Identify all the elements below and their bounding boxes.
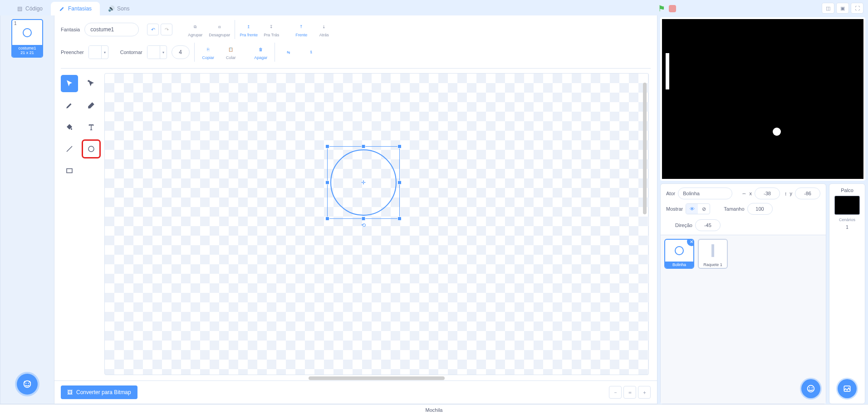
group-button[interactable]: ⧉ Agrupar <box>186 22 204 37</box>
zoom-out-button[interactable]: － <box>609 386 622 399</box>
sprite-thumb-icon <box>711 244 714 257</box>
green-flag-icon[interactable]: ⚑ <box>658 4 665 14</box>
stage-thumbnail[interactable] <box>834 196 860 215</box>
tool-line[interactable] <box>61 140 78 158</box>
tool-reshape[interactable] <box>83 75 100 92</box>
tab-costumes-label: Fantasias <box>68 5 92 12</box>
large-stage-button[interactable]: ▣ <box>836 3 849 14</box>
back-icon: ⤓ <box>319 22 329 32</box>
outline-color-picker[interactable]: ▾ <box>147 45 167 59</box>
copy-button[interactable]: ⎘ Copiar <box>199 44 217 60</box>
xy-icon: ↔ <box>742 191 747 196</box>
tool-fill[interactable] <box>61 119 78 136</box>
selection-box[interactable]: ✛ ⟲ <box>327 146 400 219</box>
svg-point-4 <box>88 146 94 152</box>
backward-button[interactable]: ↧ Pra Trás <box>262 22 280 37</box>
svg-point-8 <box>812 387 813 388</box>
x-input[interactable] <box>755 188 780 199</box>
costume-thumb-size: 21 x 21 <box>12 51 42 55</box>
show-button[interactable]: 👁 <box>686 204 698 214</box>
ungroup-icon: ⧈ <box>215 22 225 32</box>
brush-icon <box>59 5 65 12</box>
y-label: y <box>790 191 793 196</box>
sprite-tile-label: Bolinha <box>665 262 693 268</box>
paste-button[interactable]: 📋 Colar <box>222 44 240 60</box>
rotate-handle[interactable]: ⟲ <box>361 222 366 228</box>
fullscreen-button[interactable]: ⛶ <box>851 3 863 14</box>
handle-tl[interactable] <box>325 144 329 148</box>
sprite-tile-bolinha[interactable]: ✕ Bolinha <box>664 239 694 269</box>
image-icon: 🖼 <box>67 389 73 395</box>
sprite-name-input[interactable] <box>678 188 732 199</box>
back-button[interactable]: ⤓ Atrás <box>315 22 333 37</box>
tool-rectangle[interactable] <box>61 162 78 179</box>
tab-code-label: Código <box>25 5 43 12</box>
sprite-label: Ator <box>666 191 675 196</box>
handle-tr[interactable] <box>397 144 402 148</box>
paint-canvas[interactable]: ✛ ⟲ <box>104 73 649 375</box>
stop-icon[interactable] <box>669 5 676 12</box>
code-icon: ▤ <box>16 5 23 12</box>
handle-r[interactable] <box>397 181 402 185</box>
redo-button[interactable]: ↷ <box>161 24 172 35</box>
convert-bitmap-button[interactable]: 🖼 Converter para Bitmap <box>61 385 137 399</box>
show-label: Mostrar <box>666 206 683 212</box>
tool-select[interactable] <box>61 75 78 92</box>
backpack-bar[interactable]: Mochila <box>0 404 868 415</box>
outline-width-input[interactable] <box>172 45 190 59</box>
fill-color-picker[interactable]: ▾ <box>88 45 108 59</box>
costume-index: 1 <box>14 21 17 26</box>
horizontal-scrollbar[interactable] <box>309 376 445 380</box>
outline-label: Contornar <box>120 49 142 55</box>
handle-br[interactable] <box>397 217 402 221</box>
handle-bl[interactable] <box>325 217 329 221</box>
stage-paddle <box>666 53 669 89</box>
hide-button[interactable]: ⊘ <box>698 204 710 214</box>
add-sprite-button[interactable] <box>801 379 820 398</box>
add-backdrop-button[interactable] <box>838 379 857 398</box>
tool-circle[interactable] <box>83 140 100 158</box>
sound-icon: 🔊 <box>108 5 114 12</box>
flip-h-icon: ⇋ <box>284 47 294 57</box>
delete-button[interactable]: 🗑 Apagar <box>252 44 270 60</box>
vertical-scrollbar[interactable] <box>643 83 647 214</box>
ungroup-button[interactable]: ⧈ Desagrupar <box>209 22 230 37</box>
costume-thumbnail[interactable]: 1 costume1 21 x 21 <box>11 19 43 58</box>
front-button[interactable]: ⤒ Frente <box>292 22 310 37</box>
svg-point-7 <box>809 387 810 388</box>
small-stage-button[interactable]: ◫ <box>822 3 834 14</box>
direction-label: Direção <box>675 222 692 228</box>
outline-swatch <box>147 46 160 59</box>
tab-costumes[interactable]: Fantasias <box>51 2 100 15</box>
size-input[interactable] <box>747 203 773 215</box>
handle-t[interactable] <box>362 144 366 148</box>
tool-brush[interactable] <box>61 97 78 114</box>
sprite-tile-raquete[interactable]: Raquete 1 <box>698 239 728 269</box>
direction-input[interactable] <box>695 219 721 231</box>
y-input[interactable] <box>795 188 820 199</box>
stage-preview <box>660 17 865 181</box>
zoom-in-button[interactable]: ＋ <box>638 386 651 399</box>
trash-icon: 🗑 <box>256 44 266 54</box>
svg-point-6 <box>808 385 814 392</box>
tool-eraser[interactable] <box>83 97 100 114</box>
zoom-reset-button[interactable]: ＝ <box>623 386 636 399</box>
handle-l[interactable] <box>325 181 329 185</box>
size-label: Tamanho <box>724 206 744 212</box>
svg-rect-3 <box>88 80 90 82</box>
forward-button[interactable]: ↥ Pra frente <box>240 22 258 37</box>
tab-sounds[interactable]: 🔊 Sons <box>100 2 137 15</box>
center-cross-icon: ✛ <box>361 179 366 186</box>
chevron-down-icon: ▾ <box>160 50 167 54</box>
handle-b[interactable] <box>362 217 366 221</box>
costume-name-input[interactable] <box>84 23 139 36</box>
delete-sprite-button[interactable]: ✕ <box>687 239 694 246</box>
x-label: x <box>750 191 752 196</box>
backdrops-count: 1 <box>846 225 848 230</box>
tool-text[interactable] <box>83 119 100 136</box>
undo-button[interactable]: ↶ <box>147 24 159 35</box>
add-costume-button[interactable] <box>17 374 38 395</box>
flip-horizontal-button[interactable]: ⇋ <box>280 47 298 57</box>
tab-code[interactable]: ▤ Código <box>8 2 51 15</box>
flip-vertical-button[interactable]: ⥮ <box>302 47 320 57</box>
